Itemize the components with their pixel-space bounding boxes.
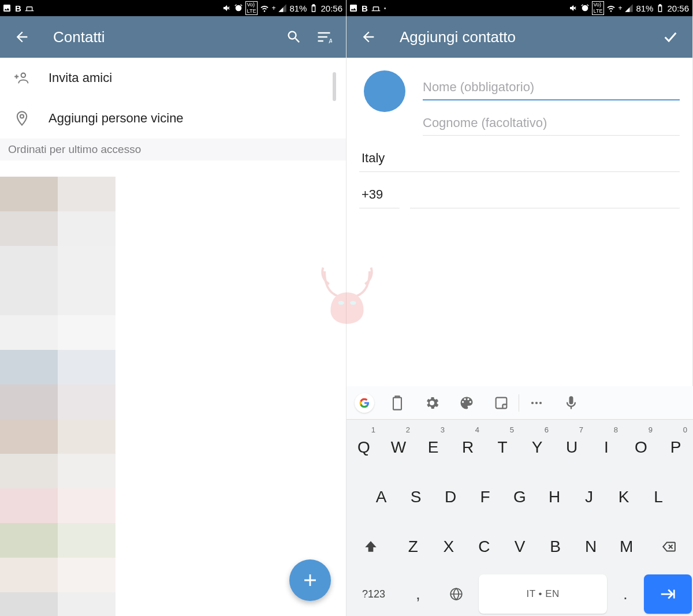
key-N[interactable]: N — [574, 524, 608, 570]
period-key[interactable]: . — [609, 574, 642, 614]
add-contact-form — [346, 58, 692, 136]
key-R[interactable]: R4 — [452, 424, 484, 471]
image-icon — [2, 3, 12, 13]
key-W[interactable]: W2 — [382, 424, 415, 471]
key-Q[interactable]: Q1 — [348, 424, 380, 471]
contacts-list: Invita amici Aggiungi persone vicine Ord… — [0, 58, 346, 160]
key-D[interactable]: D — [434, 474, 467, 520]
back-button[interactable] — [12, 27, 32, 47]
blurred-cell — [58, 592, 116, 616]
country-selector[interactable]: Italy — [359, 151, 680, 172]
key-C[interactable]: C — [468, 524, 501, 570]
right-pane: B • Vo)LTE + 81% 20:56 Aggiungi contatto — [346, 0, 693, 616]
plus-icon — [300, 570, 320, 590]
image-icon — [349, 3, 358, 13]
signal-icon — [624, 3, 634, 13]
blurred-cell — [58, 211, 116, 246]
blurred-cell — [58, 315, 116, 350]
key-I[interactable]: I8 — [590, 424, 623, 471]
invite-friends-row[interactable]: Invita amici — [0, 58, 346, 98]
keyboard-row-1: ASDFGHJKL — [346, 473, 693, 521]
search-button[interactable] — [284, 27, 304, 47]
backspace-key[interactable] — [645, 524, 692, 570]
google-icon[interactable] — [355, 393, 374, 413]
sticker-icon — [493, 395, 509, 411]
blurred-cell — [58, 454, 116, 488]
blurred-cell — [0, 523, 58, 558]
phone-number-field[interactable] — [410, 188, 680, 208]
phone-prefix[interactable]: +39 — [359, 187, 400, 208]
back-button[interactable] — [358, 27, 379, 47]
blurred-cell — [0, 454, 58, 488]
contact-avatar[interactable] — [364, 70, 405, 112]
dots-icon — [528, 395, 545, 411]
key-K[interactable]: K — [608, 474, 640, 520]
sort-icon: A — [316, 29, 332, 45]
clipboard-button[interactable] — [380, 395, 415, 411]
wifi-icon — [606, 3, 616, 13]
keyboard-row-3: ?123 , IT • EN . — [346, 572, 693, 616]
volte-icon: Vo)LTE — [592, 1, 605, 15]
status-bar-left: B Vo)LTE + 81% 20:56 — [0, 0, 346, 16]
key-A[interactable]: A — [365, 474, 397, 520]
key-B[interactable]: B — [539, 524, 572, 570]
dot-icon: • — [384, 5, 386, 12]
key-J[interactable]: J — [573, 474, 605, 520]
alarm-icon — [580, 3, 590, 13]
status-right-icons-r: Vo)LTE + 81% 20:56 — [569, 1, 689, 15]
sticker-button[interactable] — [484, 395, 519, 411]
scrollbar-thumb[interactable] — [333, 72, 336, 101]
location-icon — [13, 109, 31, 128]
key-F[interactable]: F — [469, 474, 501, 520]
sort-button[interactable]: A — [314, 27, 334, 47]
alarm-icon — [234, 3, 243, 13]
left-pane: B Vo)LTE + 81% 20:56 Contatti A — [0, 0, 346, 616]
surname-field[interactable] — [423, 111, 680, 136]
key-T[interactable]: T5 — [486, 424, 519, 471]
blurred-contacts-2 — [58, 177, 116, 616]
spacebar-key[interactable]: IT • EN — [479, 574, 607, 614]
key-U[interactable]: U7 — [556, 424, 588, 471]
blurred-cell — [0, 558, 58, 592]
nearby-row[interactable]: Aggiungi persone vicine — [0, 98, 346, 139]
on-screen-keyboard: Q1W2E3R4T5Y6U7I8O9P0 ASDFGHJKL ZXCVBNM ?… — [346, 386, 693, 616]
key-P[interactable]: P0 — [660, 424, 692, 471]
key-V[interactable]: V — [503, 524, 536, 570]
blurred-contacts — [0, 177, 58, 616]
key-S[interactable]: S — [400, 474, 432, 520]
theme-button[interactable] — [449, 395, 484, 411]
enter-key[interactable] — [644, 574, 692, 614]
plus-icon: + — [271, 4, 275, 12]
blurred-cell — [58, 246, 116, 281]
key-O[interactable]: O9 — [625, 424, 657, 471]
globe-icon — [449, 587, 464, 602]
status-left-icons-r: B • — [349, 3, 386, 13]
blurred-cell — [0, 281, 58, 315]
palette-icon — [459, 395, 475, 411]
mute-icon — [222, 3, 232, 13]
key-L[interactable]: L — [642, 474, 675, 520]
page-title: Aggiungi contatto — [400, 28, 516, 46]
key-E[interactable]: E3 — [417, 424, 449, 471]
add-contact-fab[interactable] — [289, 559, 331, 601]
key-M[interactable]: M — [610, 524, 643, 570]
key-H[interactable]: H — [538, 474, 571, 520]
comma-key[interactable]: , — [402, 574, 434, 614]
mic-button[interactable] — [554, 395, 588, 411]
key-G[interactable]: G — [504, 474, 536, 520]
more-button[interactable] — [519, 395, 554, 411]
clipboard-icon — [389, 395, 405, 411]
key-Y[interactable]: Y6 — [521, 424, 553, 471]
settings-button[interactable] — [415, 395, 449, 411]
symbols-key[interactable]: ?123 — [348, 574, 400, 614]
key-X[interactable]: X — [432, 524, 465, 570]
key-Z[interactable]: Z — [397, 524, 430, 570]
language-key[interactable] — [437, 574, 476, 614]
blurred-cell — [58, 281, 116, 315]
first-name-field[interactable] — [423, 75, 680, 100]
backspace-icon — [661, 539, 676, 554]
confirm-button[interactable] — [660, 27, 681, 47]
shift-key[interactable] — [348, 524, 394, 570]
svg-point-7 — [539, 401, 542, 404]
status-letter: B — [15, 3, 21, 13]
